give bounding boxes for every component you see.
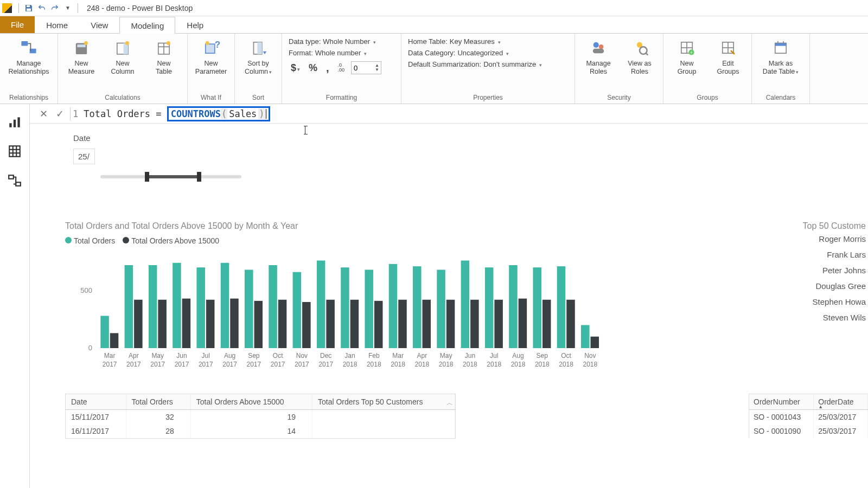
- table-header[interactable]: OrderNumber: [749, 394, 814, 410]
- report-view-icon[interactable]: [8, 115, 22, 129]
- table-header[interactable]: Date: [66, 394, 126, 410]
- customer-row[interactable]: Peter Johns: [716, 262, 868, 278]
- commit-formula-icon[interactable]: ✓: [52, 106, 68, 121]
- undo-icon[interactable]: [36, 2, 48, 14]
- date-slider[interactable]: [100, 175, 241, 178]
- tab-home[interactable]: Home: [35, 16, 79, 33]
- svg-rect-89: [341, 267, 349, 348]
- svg-rect-34: [775, 43, 786, 46]
- decimal-icon[interactable]: .0 .00: [336, 63, 347, 73]
- cancel-formula-icon[interactable]: ✕: [35, 106, 52, 121]
- group-label: Calendars: [766, 93, 796, 102]
- svg-rect-73: [245, 270, 253, 349]
- svg-text:Dec: Dec: [320, 352, 331, 359]
- table-row[interactable]: SO - 000109025/03/2017: [749, 424, 868, 438]
- mark-date-table-button[interactable]: Mark as Date Table: [756, 36, 805, 76]
- summarization-dropdown[interactable]: Default Summarization: Don't summarize: [406, 60, 570, 69]
- svg-rect-0: [27, 5, 30, 7]
- top-customers-visual[interactable]: Top 50 Custome Roger MorrisFrank LarsPet…: [716, 221, 868, 325]
- svg-text:2018: 2018: [343, 361, 358, 368]
- slider-handle-start[interactable]: [145, 172, 149, 182]
- comma-button[interactable]: ,: [324, 62, 331, 74]
- new-column-button[interactable]: New Column: [104, 36, 142, 76]
- model-view-icon[interactable]: [8, 174, 22, 188]
- svg-rect-50: [110, 333, 119, 348]
- table-header[interactable]: Total Orders Above 15000: [190, 394, 312, 410]
- svg-rect-117: [509, 265, 518, 348]
- percent-button[interactable]: %: [307, 62, 320, 74]
- home-table-dropdown[interactable]: Home Table: Key Measures: [406, 37, 570, 46]
- customer-row[interactable]: Roger Morris: [716, 231, 868, 247]
- file-tab[interactable]: File: [0, 16, 35, 33]
- svg-text:Jun: Jun: [465, 352, 475, 359]
- tab-modeling[interactable]: Modeling: [119, 17, 175, 34]
- scroll-up-icon[interactable]: ︿: [446, 399, 453, 408]
- redo-icon[interactable]: [49, 2, 61, 14]
- ribbon-group-calculations: New Measure New Column New Table Calcula…: [58, 34, 188, 104]
- svg-text:Mar: Mar: [392, 352, 404, 359]
- svg-point-6: [84, 41, 88, 45]
- bar-chart[interactable]: Total Orders and Total Orders Above 1500…: [65, 221, 640, 377]
- svg-rect-69: [221, 263, 229, 348]
- qat-dropdown-icon[interactable]: ▼: [62, 2, 74, 14]
- ribbon-group-sort: Sort by Column Sort: [235, 34, 282, 104]
- edit-groups-button[interactable]: Edit Groups: [709, 36, 747, 76]
- svg-rect-78: [278, 300, 287, 348]
- customer-row[interactable]: Douglas Gree: [716, 278, 868, 294]
- table-row[interactable]: SO - 000104325/03/2017: [749, 410, 868, 425]
- ribbon-group-whatif: ? New Parameter What If: [188, 34, 235, 104]
- tab-help[interactable]: Help: [175, 16, 215, 33]
- group-label: Groups: [697, 93, 718, 102]
- datatype-dropdown[interactable]: Data type: Whole Number: [286, 37, 397, 46]
- manage-roles-button[interactable]: Manage Roles: [579, 36, 617, 76]
- new-measure-button[interactable]: New Measure: [62, 36, 100, 76]
- decimal-places-spinner[interactable]: ▲▼: [351, 61, 381, 74]
- svg-point-16: [206, 41, 209, 45]
- customer-row[interactable]: Steven Wils: [716, 310, 868, 325]
- svg-text:2017: 2017: [150, 361, 165, 368]
- svg-rect-121: [533, 267, 541, 348]
- group-label: Sort: [252, 93, 264, 102]
- svg-rect-1: [27, 8, 31, 11]
- svg-line-24: [646, 53, 648, 55]
- order-numbers-table[interactable]: OrderNumberOrderDate▲SO - 000104325/03/2…: [749, 394, 868, 438]
- table-header[interactable]: Total Orders: [126, 394, 190, 410]
- table-row[interactable]: 15/11/20173219: [66, 410, 455, 425]
- new-group-button[interactable]: + New Group: [668, 36, 706, 76]
- decimal-input[interactable]: [352, 64, 373, 72]
- save-icon[interactable]: [23, 2, 35, 14]
- new-table-button[interactable]: New Table: [145, 36, 183, 76]
- formula-bar[interactable]: ✕ ✓ 1 Total Orders = COUNTROWS( Sales ): [30, 104, 868, 124]
- orders-table[interactable]: ︿ DateTotal OrdersTotal Orders Above 150…: [65, 394, 456, 439]
- table-header[interactable]: OrderDate▲: [814, 394, 868, 410]
- new-parameter-button[interactable]: ? New Parameter: [192, 36, 230, 76]
- currency-button[interactable]: $: [289, 62, 302, 74]
- tab-view[interactable]: View: [79, 16, 119, 33]
- data-category-dropdown[interactable]: Data Category: Uncategorized: [406, 48, 570, 57]
- svg-rect-98: [398, 300, 407, 348]
- svg-rect-93: [365, 270, 373, 349]
- svg-text:2018: 2018: [439, 361, 454, 368]
- slicer-value[interactable]: 25/: [73, 149, 95, 164]
- svg-rect-109: [461, 261, 470, 349]
- svg-text:Oct: Oct: [273, 352, 283, 359]
- customer-row[interactable]: Stephen Howa: [716, 294, 868, 310]
- ribbon-group-relationships: Manage Relationships Relationships: [0, 34, 58, 104]
- svg-text:Sep: Sep: [537, 352, 548, 359]
- slider-handle-end[interactable]: [197, 172, 201, 182]
- svg-rect-74: [254, 301, 263, 348]
- svg-text:Jul: Jul: [490, 352, 498, 359]
- customer-row[interactable]: Frank Lars: [716, 247, 868, 262]
- data-view-icon[interactable]: [8, 144, 22, 158]
- svg-rect-125: [557, 266, 566, 348]
- manage-relationships-button[interactable]: Manage Relationships: [4, 36, 53, 76]
- ribbon-group-properties: Home Table: Key Measures Data Category: …: [401, 34, 575, 104]
- app-icon: [2, 3, 12, 13]
- view-as-roles-button[interactable]: View as Roles: [621, 36, 659, 76]
- table-header[interactable]: Total Orders Top 50 Customers: [312, 394, 455, 410]
- new-group-icon: +: [677, 38, 697, 57]
- format-dropdown[interactable]: Format: Whole number: [286, 48, 397, 57]
- svg-rect-90: [350, 300, 359, 348]
- table-row[interactable]: 16/11/20172814: [66, 424, 455, 438]
- sort-by-column-button[interactable]: Sort by Column: [239, 36, 277, 76]
